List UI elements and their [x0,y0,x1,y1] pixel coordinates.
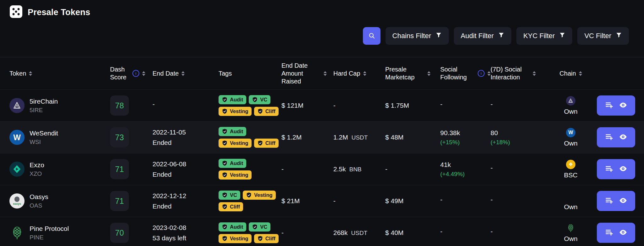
column-header-presale-marketcap[interactable]: Presale Marketcap [385,66,440,81]
tag-audit: Audit [219,222,246,232]
chain-label: Own [564,235,577,243]
funnel-icon [559,32,565,40]
tag-cliff: Cliff [219,202,243,211]
social-interaction-value: - [491,100,552,108]
sort-icon[interactable] [324,71,327,76]
vc-filter-label: VC Filter [584,32,611,40]
token-logo [9,98,25,113]
column-header-dash-score[interactable]: Dash Score i [110,66,153,81]
column-header-chain[interactable]: Chain [559,70,582,77]
tag-vc: VC [219,191,240,200]
chains-filter-label: Chains Filter [392,32,431,40]
playlist-add-icon [605,228,613,237]
tags-group: AuditVestingCliff [219,127,279,148]
social-following-value: 41k [440,161,491,168]
tag-vc: VC [249,95,270,104]
audit-filter-button[interactable]: Audit Filter [454,27,511,45]
token-symbol: PINE [30,234,69,241]
column-header-social-interaction[interactable]: (7D) Social Interaction [491,66,552,81]
token-name: WeSendit [30,129,58,137]
eye-icon [619,101,627,110]
table-row-exzo[interactable]: Exzo XZO 71 2022-06-08Ended AuditVesting… [0,153,644,185]
info-icon[interactable]: i [132,70,139,77]
social-interaction-value: - [491,228,552,235]
sort-icon[interactable] [363,71,366,76]
shield-check-icon [222,97,228,103]
column-label: Social Following [440,66,475,81]
tag-vesting: Vesting [219,170,252,180]
end-date-value: 2022-11-05 [153,129,219,136]
token-symbol: WSI [30,139,58,146]
hard-cap-value: 1.2M [333,134,348,141]
eye-icon [619,164,627,174]
sort-icon[interactable] [142,71,145,76]
shield-check-icon [257,236,263,242]
tags-group: AuditVCVestingCliff [219,95,279,116]
kyc-filter-label: KYC Filter [523,32,555,40]
chain-logo: W [566,128,575,137]
token-symbol: OAS [30,202,48,209]
column-label: End Date Amount Raised [281,62,321,85]
watchlist-view-button[interactable] [597,127,635,147]
tag-vesting: Vesting [219,139,252,148]
watchlist-view-button[interactable] [597,223,635,243]
column-header-token[interactable]: Token [9,70,110,77]
watchlist-view-button[interactable] [597,159,635,179]
table-row-pine-protocol[interactable]: Pine Protocol PINE 70 2023-02-0853 days … [0,217,644,246]
sort-icon[interactable] [487,71,491,76]
token-name: Exzo [30,161,44,169]
playlist-add-icon [605,133,613,142]
table-row-oasys[interactable]: oasys Oasys OAS 71 2022-12-12Ended VCVes… [0,185,644,217]
sort-icon[interactable] [181,71,185,76]
token-logo: W [9,130,25,145]
vc-filter-button[interactable]: VC Filter [577,27,629,45]
column-header-end-date[interactable]: End Date [153,70,219,77]
info-icon[interactable]: i [478,70,485,77]
page-title: Presale Tokens [28,8,90,17]
dash-score-value: 73 [110,127,129,147]
presale-marketcap-value: $ 48M [385,134,440,141]
column-header-hard-cap[interactable]: Hard Cap [333,70,385,77]
end-date-status: Ended [153,139,219,146]
social-interaction-change: (+18%) [491,139,552,146]
dash-score-value: 71 [110,191,129,211]
tag-audit: Audit [219,127,246,136]
chain-label: BSC [564,171,577,179]
watchlist-view-button[interactable] [597,191,635,211]
column-header-tags: Tags [219,70,281,77]
tags-group: AuditVCVestingCliff [219,222,279,243]
token-logo [9,225,25,240]
funnel-icon [616,32,622,40]
social-interaction-value: - [491,164,552,171]
sort-icon[interactable] [29,71,32,76]
amount-raised-value: $ 1.2M [281,134,333,141]
search-button[interactable] [363,27,380,45]
table-row-5irechain[interactable]: 5ireChain 5IRE 78 - AuditVCVestingCliff … [0,89,644,121]
table-row-wesendit[interactable]: W WeSendit WSI 73 2022-11-05Ended AuditV… [0,121,644,153]
sort-icon[interactable] [579,71,582,76]
audit-filter-label: Audit Filter [461,32,494,40]
shield-check-icon [222,108,228,114]
tag-vesting: Vesting [219,234,252,243]
social-following-value: - [440,196,491,203]
column-header-amount-raised[interactable]: End Date Amount Raised [281,62,333,85]
eye-icon [619,133,627,142]
watchlist-view-button[interactable] [597,95,635,116]
tag-vesting: Vesting [243,191,276,200]
amount-raised-value: $ 21M [281,197,333,205]
sort-icon[interactable] [427,71,430,76]
tag-vc: VC [249,222,270,232]
shield-check-icon [222,236,228,242]
presale-marketcap-value: $ 40M [385,229,440,237]
shield-check-icon [222,224,228,230]
tag-cliff: Cliff [254,234,279,243]
chains-filter-button[interactable]: Chains Filter [386,27,449,45]
chain-label: Own [564,108,577,115]
funnel-icon [436,32,442,40]
column-label: Dash Score [110,66,130,81]
playlist-add-icon [605,196,613,206]
token-name: Pine Protocol [30,225,69,232]
kyc-filter-button[interactable]: KYC Filter [516,27,572,45]
sort-icon[interactable] [533,71,536,76]
column-header-social-following[interactable]: Social Following i [440,66,491,81]
